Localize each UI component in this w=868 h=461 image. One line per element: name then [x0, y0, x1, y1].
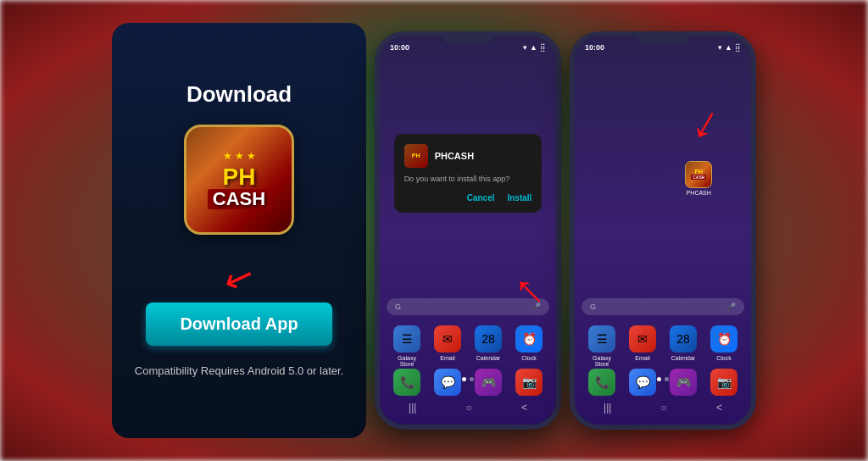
phone-right-home: G 🎤 ☰ Galaxy Store ✉ Email 28 — [575, 288, 751, 374]
phone-icon: 📞 — [393, 369, 420, 396]
nav-bar-right: ||| ○ < — [575, 397, 751, 418]
list-item[interactable]: 💬 — [626, 369, 659, 396]
home-area-right: G 🎤 ☰ Galaxy Store ✉ Email 28 — [575, 288, 751, 374]
download-arrow: ↙ — [219, 257, 259, 300]
mic-icon-right: 🎤 — [726, 303, 736, 311]
game-icon: 🎮 — [475, 369, 502, 396]
nav-apps-button-r[interactable]: ||| — [604, 402, 611, 414]
galaxy-store-icon-r: ☰ — [588, 325, 615, 353]
nav-bar-middle: ||| ○ < — [380, 397, 556, 418]
email-label: Email — [440, 355, 455, 361]
calendar-icon: 28 — [475, 325, 502, 353]
dialog-install-button[interactable]: Install — [507, 193, 531, 203]
phone-middle-screen: 10:00 ▾ ▲ ⣿ PH PHCASH Do you want to ins… — [380, 36, 556, 425]
list-item[interactable]: ✉ Email — [431, 325, 465, 367]
download-card: Download ★ ★ ★ PH CASH ↙ Download App Co… — [112, 23, 366, 438]
phcash-home-icon[interactable]: PH CASH — [685, 161, 712, 188]
phone-right-screen: 10:00 ▾ ▲ ⣿ ↓ PH CASH PHCASH — [575, 36, 751, 425]
search-bar-right[interactable]: G 🎤 — [581, 298, 744, 315]
app-grid-bottom-right: 📞 💬 🎮 📷 — [581, 365, 744, 399]
compatibility-text: Compatibility Requires Android 5.0 or la… — [135, 363, 343, 380]
status-icons-right: ▾ ▲ ⣿ — [718, 43, 741, 52]
email-icon: ✉ — [434, 325, 461, 353]
camera-icon: 📷 — [515, 369, 542, 396]
ph-text: PH — [694, 169, 703, 175]
app-grid-bottom-middle: 📞 💬 🎮 📷 — [387, 365, 549, 399]
phone-right: 10:00 ▾ ▲ ⣿ ↓ PH CASH PHCASH — [570, 31, 756, 430]
list-item[interactable]: 📷 — [707, 369, 741, 396]
google-g-middle: G — [395, 303, 401, 311]
dialog-app-icon: PH — [404, 144, 428, 168]
app-grid-right: ☰ Galaxy Store ✉ Email 28 Calendar ⏰ — [581, 322, 744, 370]
status-bar-middle: 10:00 ▾ ▲ ⣿ — [380, 36, 556, 55]
clock-icon: ⏰ — [515, 325, 542, 353]
status-time-middle: 10:00 — [390, 43, 409, 52]
clock-label-r: Clock — [716, 355, 732, 361]
clock-label: Clock — [521, 355, 537, 361]
download-title: Download — [186, 81, 292, 108]
list-item[interactable]: 28 Calendar — [666, 325, 700, 367]
dialog-question: Do you want to install this app? — [404, 175, 532, 183]
clock-icon-r: ⏰ — [710, 325, 737, 353]
list-item[interactable]: 28 Calendar — [471, 325, 505, 367]
nav-back-button-r[interactable]: < — [716, 402, 722, 414]
bottom-apps-right: 📞 💬 🎮 📷 — [575, 365, 751, 399]
phcash-home-label: PHCASH — [685, 190, 712, 196]
galaxy-store-icon: ☰ — [393, 325, 420, 353]
nav-apps-button[interactable]: ||| — [409, 402, 416, 414]
main-container: Download ★ ★ ★ PH CASH ↙ Download App Co… — [0, 0, 868, 461]
star-2: ★ — [235, 150, 244, 162]
phone-icon-r: 📞 — [588, 369, 615, 396]
app-cash-text: CASH — [208, 189, 270, 209]
camera-icon-r: 📷 — [710, 369, 737, 396]
email-icon-r: ✉ — [629, 325, 656, 353]
phone-middle: 10:00 ▾ ▲ ⣿ PH PHCASH Do you want to ins… — [375, 31, 561, 430]
star-3: ★ — [247, 150, 256, 162]
list-item[interactable]: 📷 — [512, 369, 546, 396]
install-dialog: PH PHCASH Do you want to install this ap… — [394, 134, 542, 213]
dialog-header: PH PHCASH — [404, 144, 532, 168]
list-item[interactable]: 🎮 — [666, 369, 700, 396]
dialog-cancel-button[interactable]: Cancel — [467, 193, 495, 203]
list-item[interactable]: 🎮 — [471, 369, 505, 396]
google-g-right: G — [590, 303, 596, 311]
messages-icon-r: 💬 — [629, 369, 656, 396]
dialog-app-name: PHCASH — [435, 151, 474, 161]
status-bar-right: 10:00 ▾ ▲ ⣿ — [575, 36, 751, 55]
calendar-label: Calendar — [476, 355, 500, 361]
nav-back-button[interactable]: < — [521, 402, 527, 414]
bottom-apps-middle: 📞 💬 🎮 📷 — [380, 365, 556, 399]
list-item[interactable]: ⏰ Clock — [707, 325, 741, 367]
app-grid-middle: ☰ Galaxy Store ✉ Email 28 Calendar ⏰ — [387, 322, 549, 370]
calendar-label-r: Calendar — [671, 355, 695, 361]
app-stars: ★ ★ ★ — [223, 150, 256, 162]
status-time-right: 10:00 — [585, 43, 604, 52]
list-item[interactable]: ☰ Galaxy Store — [585, 325, 619, 367]
star-1: ★ — [223, 150, 232, 162]
app-icon: ★ ★ ★ PH CASH — [184, 125, 294, 235]
app-ph-text: PH — [223, 165, 256, 189]
phcash-arrow: ↓ — [684, 92, 732, 151]
dialog-buttons: Cancel Install — [404, 193, 532, 203]
game-icon-r: 🎮 — [670, 369, 697, 396]
email-label-r: Email — [635, 355, 650, 361]
nav-home-button[interactable]: ○ — [466, 402, 472, 414]
cash-text: CASH — [691, 175, 706, 180]
messages-icon: 💬 — [434, 369, 461, 396]
list-item[interactable]: ⏰ Clock — [512, 325, 546, 367]
status-icons-middle: ▾ ▲ ⣿ — [523, 43, 546, 52]
list-item[interactable]: 📞 — [585, 369, 619, 396]
list-item[interactable]: 💬 — [431, 369, 465, 396]
list-item[interactable]: ☰ Galaxy Store — [390, 325, 424, 367]
calendar-icon-r: 28 — [670, 325, 697, 353]
download-app-button[interactable]: Download App — [146, 303, 332, 346]
list-item[interactable]: 📞 — [390, 369, 424, 396]
list-item[interactable]: ✉ Email — [626, 325, 659, 367]
nav-home-button-r[interactable]: ○ — [661, 402, 667, 414]
phcash-home-item[interactable]: PH CASH PHCASH — [685, 161, 712, 196]
